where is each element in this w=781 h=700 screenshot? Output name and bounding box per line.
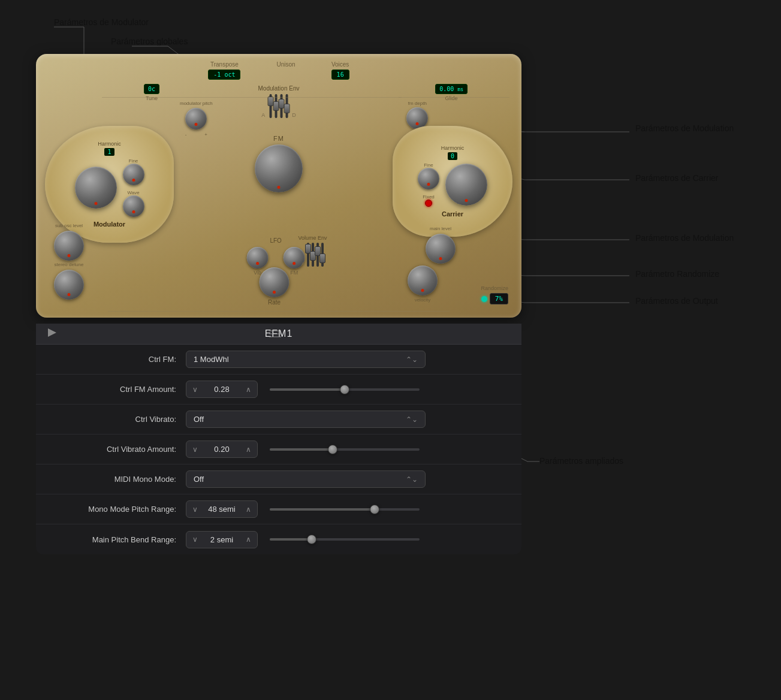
bottom-panel: EFM1 Ctrl FM: 1 ModWhl ⌃⌄ Ctrl FM Amount… [36,324,521,554]
randomize-led[interactable] [481,296,487,302]
pitch-minus: - [185,132,187,137]
midi-mono-label: MIDI Mono Mode: [54,475,186,484]
output-bracket [108,311,450,312]
ctrl-vibrato-select[interactable]: Off ⌃⌄ [186,411,426,428]
vib-knob[interactable] [247,247,269,268]
main-level-knob[interactable] [426,234,456,264]
ctrl-fm-amount-slider[interactable] [270,388,420,391]
pitch-range-slider[interactable] [270,508,420,511]
fine-knob-car[interactable] [418,168,439,189]
annotation-carrier: Parámetros de Carrier [635,173,719,183]
pitch-range-decrement[interactable]: ∨ [186,502,204,517]
randomize-display[interactable]: 7% [490,293,508,304]
main-level-label: main level [430,226,451,232]
fine-knob-mod[interactable] [123,164,144,185]
harmonic-value-car[interactable]: 0 [448,152,457,160]
pitch-range-stepper: ∨ 48 semi ∧ [186,500,258,518]
vol-fader-3[interactable] [316,243,319,267]
ctrl-vibrato-amount-increment[interactable]: ∧ [240,442,257,457]
ctrl-fm-amount-thumb[interactable] [340,385,349,394]
modulator-pitch-knob[interactable] [185,108,207,129]
main-level-section: main level [426,226,456,264]
vol-fader-1[interactable] [307,243,309,267]
transpose-label: Transpose [210,61,239,68]
plugin-title-bar: EFM1 [36,324,521,345]
ctrl-vibrato-amount-decrement[interactable]: ∨ [186,442,204,457]
ctrl-fm-amount-increment[interactable]: ∧ [240,382,257,397]
glide-display[interactable]: 0.00 ms [435,84,468,94]
param-row-ctrl-vibrato: Ctrl Vibrato: Off ⌃⌄ [36,405,521,435]
fine-knob-group-car: Fine [418,162,439,189]
carrier-small-knobs: Fine Fixed [418,162,439,207]
annotation-globales: Parámetros globales [111,36,188,47]
midi-mono-select[interactable]: Off ⌃⌄ [186,470,426,488]
carrier-main-knob-group [445,164,487,206]
tune-display[interactable]: 0c [144,84,159,94]
fixed-led[interactable] [425,200,432,207]
fm-lfo-label: FM [290,270,298,276]
fader-1[interactable] [269,94,272,118]
carrier-knobs-row: Fine Fixed [418,162,487,207]
rate-section: Rate [260,267,290,306]
ctrl-vibrato-amount-thumb[interactable] [328,445,337,454]
sub-osc-section: sub osc level [54,223,84,261]
fixed-label: Fixed [423,194,435,200]
carrier-harmonic: Harmonic 0 [441,145,465,160]
adsr-a-label: A [261,112,265,118]
wave-knob[interactable] [123,195,144,217]
rate-knob[interactable] [260,267,290,297]
pitch-bend-slider[interactable] [270,538,420,541]
pitch-bend-decrement[interactable]: ∨ [186,532,204,547]
annotation-randomize: Parámetro Randomize [635,268,719,279]
pitch-range-label: Mono Mode Pitch Range: [54,505,186,514]
fine-label-car: Fine [424,162,433,168]
velocity-knob[interactable] [408,265,438,295]
randomize-section: Randomize 7% [481,285,508,304]
volume-env-section: Volume Env A [298,235,327,267]
stereo-detune-knob[interactable] [54,270,84,300]
ctrl-vibrato-amount-value: 0.20 [204,441,240,457]
carrier-main-knob[interactable] [445,164,487,206]
ctrl-fm-select[interactable]: 1 ModWhl ⌃⌄ [186,351,426,368]
ctrl-fm-amount-fill [270,388,345,391]
vol-fader-2[interactable] [312,243,314,267]
modulator-main-knob[interactable] [75,167,117,209]
ctrl-vibrato-control: Off ⌃⌄ [186,411,503,428]
ctrl-vibrato-amount-stepper: ∨ 0.20 ∧ [186,440,258,458]
ctrl-vibrato-amount-slider[interactable] [270,448,420,451]
ctrl-vibrato-amount-control: ∨ 0.20 ∧ [186,440,503,458]
pitch-range-increment[interactable]: ∧ [240,502,257,517]
midi-mono-control: Off ⌃⌄ [186,470,503,488]
fader-2[interactable] [275,94,277,118]
sub-osc-knob[interactable] [54,231,84,261]
pitch-bend-thumb[interactable] [307,535,316,544]
fader-4[interactable] [285,94,288,118]
velocity-section: velocity [408,265,438,303]
pitch-range-thumb[interactable] [370,505,379,514]
glide-label: Glide [445,95,458,101]
sub-osc-label: sub osc level [55,223,83,229]
ctrl-fm-chevron: ⌃⌄ [406,355,418,364]
ctrl-fm-amount-decrement[interactable]: ∨ [186,382,204,397]
voices-label: Voices [331,61,349,68]
annotation-output: Parámetros de Output [635,295,718,306]
fm-main-knob[interactable] [255,144,303,192]
harmonic-label-car: Harmonic [441,145,465,151]
title-bar-arrow[interactable] [48,328,56,339]
modulator-main-knob-group [75,167,117,209]
vol-fader-4[interactable] [321,243,324,267]
annotation-modulation-2: Parámetros de Modulation [635,233,734,243]
rate-label: Rate [268,299,281,306]
fader-3[interactable] [280,94,282,118]
transpose-display[interactable]: -1 oct [208,70,240,80]
fm-depth-label: fm depth [408,101,427,106]
voices-display[interactable]: 16 [331,70,349,80]
svg-marker-17 [48,328,56,337]
pitch-bend-increment[interactable]: ∧ [240,532,257,547]
annotation-ampliados: Parámetros ampliados [539,455,623,466]
pitch-plus: + [204,132,207,137]
param-row-midi-mono: MIDI Mono Mode: Off ⌃⌄ [36,464,521,494]
pitch-range-value: 48 semi [204,501,240,517]
harmonic-value-mod[interactable]: 1 [104,148,114,156]
ctrl-fm-amount-stepper: ∨ 0.28 ∧ [186,381,258,398]
